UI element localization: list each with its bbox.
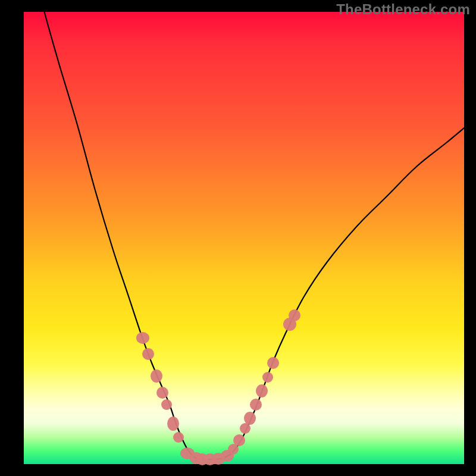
curve-marker — [256, 384, 268, 397]
curve-marker — [136, 332, 149, 344]
curve-marker — [156, 387, 168, 399]
curve-marker — [233, 434, 245, 446]
curve-marker — [244, 412, 256, 425]
curve-marker — [250, 399, 262, 411]
curve-marker — [161, 399, 172, 410]
curve-marker — [151, 369, 162, 383]
watermark-text: TheBottleneck.com — [336, 1, 470, 18]
chart-svg — [24, 12, 464, 464]
curve-marker — [142, 348, 154, 360]
v-curve-line — [38, 0, 464, 459]
curve-marker — [262, 372, 273, 383]
curve-marker — [167, 416, 179, 431]
curve-marker — [267, 357, 279, 369]
curve-marker — [173, 432, 184, 443]
marker-group — [136, 309, 300, 465]
chart-frame: TheBottleneck.com — [0, 0, 476, 476]
curve-marker — [289, 309, 300, 321]
